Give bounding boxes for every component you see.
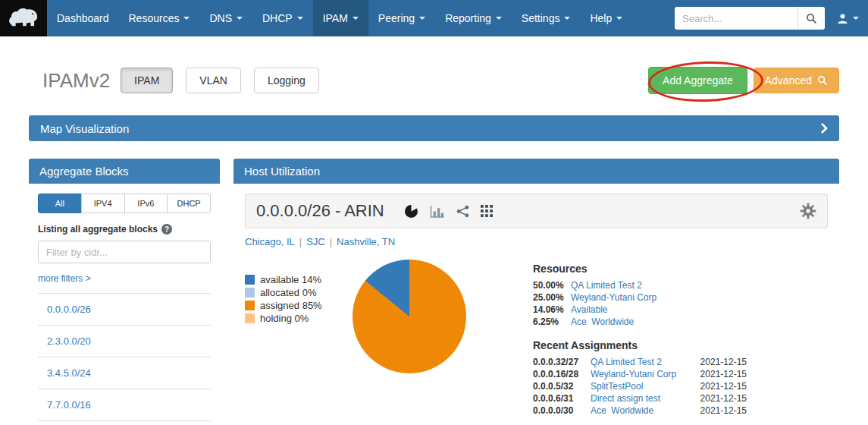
pie-legend: available 14% allocated 0% assigned 85% … — [245, 255, 345, 417]
cidr-filter-input[interactable] — [38, 241, 211, 263]
aggregate-block-item[interactable]: 0.0.0.0/26 — [38, 293, 211, 325]
aggregate-block-link[interactable]: 7.7.0.0/16 — [47, 399, 91, 411]
nav-item-reporting[interactable]: Reporting — [435, 0, 512, 36]
page-container: IPAMv2 IPAM VLAN Logging Add Aggregate A… — [29, 67, 839, 425]
tab-ipv6[interactable]: IPv6 — [124, 194, 168, 213]
breadcrumb: Chicago, IL|SJC|Nashville, TN — [245, 236, 828, 247]
nav-label: IPAM — [323, 12, 348, 24]
resource-percent: 14.06% — [533, 304, 571, 316]
resource-link[interactable]: QA Limited Test 2 — [571, 279, 642, 291]
assignment-row: 0.0.0.16/28 Weyland-Yutani Corp 2021-12-… — [533, 368, 747, 380]
advanced-button-label: Advanced — [765, 74, 812, 87]
aggregate-blocks-body: All IPV4 IPv6 DHCP Listing all aggregate… — [29, 184, 220, 425]
bar-chart-icon[interactable] — [430, 205, 445, 218]
legend-swatch — [245, 275, 255, 285]
assignment-link[interactable]: Weyland-Yutani Corp — [591, 369, 676, 379]
pie-chart-icon[interactable] — [404, 204, 418, 219]
aggregate-block-link[interactable]: 0.0.0.0/26 — [47, 304, 91, 315]
logo[interactable] — [0, 0, 47, 36]
chevron-down-icon — [353, 17, 359, 20]
aggregate-block-item-partial[interactable] — [38, 420, 211, 425]
add-aggregate-button[interactable]: Add Aggregate — [648, 67, 747, 94]
legend-swatch — [245, 301, 255, 310]
assignment-link[interactable]: QA Limited Test 2 — [591, 357, 662, 367]
resource-link[interactable]: Weyland-Yutani Corp — [571, 291, 656, 304]
advanced-button[interactable]: Advanced — [754, 68, 839, 93]
help-icon[interactable]: ? — [161, 224, 172, 235]
resource-percent: 50.00% — [533, 279, 571, 291]
aggregate-block-item[interactable]: 7.7.0.0/16 — [38, 389, 211, 420]
legend-item-assigned: assigned 85% — [245, 299, 345, 312]
aggregate-block-link[interactable]: 2.3.0.0/20 — [47, 335, 91, 347]
nav-item-ipam[interactable]: IPAM — [313, 0, 368, 36]
main-nav: Dashboard Resources DNS DHCP IPAM Peerin… — [47, 0, 632, 36]
aggregate-block-item[interactable]: 3.4.5.0/24 — [38, 357, 211, 389]
chevron-down-icon — [496, 17, 502, 20]
search-input[interactable] — [675, 7, 797, 30]
assignment-date: 2021-12-15 — [692, 405, 747, 417]
resource-percent: 25.00% — [533, 291, 571, 304]
pie-chart — [353, 260, 466, 373]
nav-item-dns[interactable]: DNS — [199, 0, 252, 36]
nav-label: Peering — [378, 12, 415, 24]
assignment-link[interactable]: Direct assign test — [591, 393, 660, 404]
legend-label: allocated 0% — [260, 286, 316, 299]
resources-title: Resources — [533, 263, 747, 275]
resource-link[interactable]: Ace Worldwide — [571, 316, 634, 328]
view-mode-icons — [404, 204, 493, 219]
user-menu[interactable] — [837, 13, 859, 24]
logging-view-button[interactable]: Logging — [254, 68, 319, 93]
vlan-view-button[interactable]: VLAN — [186, 68, 241, 93]
aggregate-blocks-header: Aggregate Blocks — [29, 159, 220, 184]
breadcrumb-link-chicago[interactable]: Chicago, IL — [245, 236, 295, 247]
nav-item-resources[interactable]: Resources — [119, 0, 200, 36]
listing-label: Listing all aggregate blocks — [38, 224, 158, 235]
breadcrumb-separator: | — [299, 236, 302, 247]
assignment-link[interactable]: SplitTestPool — [591, 381, 643, 392]
search-group — [675, 7, 825, 30]
tab-dhcp[interactable]: DHCP — [167, 194, 211, 213]
ipam-view-button[interactable]: IPAM — [121, 68, 173, 93]
nav-item-dhcp[interactable]: DHCP — [252, 0, 313, 36]
block-title: 0.0.0.0/26 - ARIN — [256, 201, 384, 221]
nav-item-dashboard[interactable]: Dashboard — [47, 0, 119, 36]
share-icon[interactable] — [456, 205, 469, 218]
legend-item-allocated: allocated 0% — [245, 286, 345, 299]
tab-ipv4[interactable]: IPV4 — [81, 194, 125, 213]
nav-label: Resources — [129, 12, 180, 24]
chevron-down-icon — [183, 17, 190, 20]
block-toolbar: 0.0.0.0/26 - ARIN — [245, 194, 828, 228]
page-header: IPAMv2 IPAM VLAN Logging Add Aggregate A… — [29, 67, 839, 94]
recent-assignments-title: Recent Assignments — [533, 339, 747, 351]
aggregate-block-item[interactable]: 2.3.0.0/20 — [38, 325, 211, 357]
navbar: Dashboard Resources DNS DHCP IPAM Peerin… — [0, 0, 868, 36]
resource-link[interactable]: Available — [571, 304, 607, 316]
nav-item-settings[interactable]: Settings — [512, 0, 581, 36]
bear-logo-icon — [6, 6, 41, 30]
legend-label: available 14% — [260, 273, 321, 286]
chevron-down-icon — [564, 17, 570, 20]
tab-all[interactable]: All — [38, 194, 82, 213]
breadcrumb-link-nashville[interactable]: Nashville, TN — [337, 236, 395, 247]
more-filters-link[interactable]: more filters > — [38, 273, 91, 284]
legend-swatch — [245, 288, 255, 298]
user-icon — [837, 13, 848, 24]
block-type-tabs: All IPV4 IPv6 DHCP — [38, 194, 211, 213]
search-button[interactable] — [797, 7, 825, 30]
grid-icon[interactable] — [481, 205, 493, 217]
assignment-row: 0.0.0.32/27 QA Limited Test 2 2021-12-15 — [533, 356, 747, 368]
gear-icon[interactable] — [800, 203, 816, 219]
utilization-details: Resources 50.00% QA Limited Test 2 25.00… — [533, 255, 747, 417]
map-visualization-bar[interactable]: Map Visualization — [29, 115, 839, 141]
nav-label: DNS — [209, 12, 232, 24]
search-icon — [806, 13, 817, 24]
aggregate-block-link[interactable]: 3.4.5.0/24 — [47, 367, 91, 379]
assignment-row: 0.0.0.5/32 SplitTestPool 2021-12-15 — [533, 380, 747, 392]
nav-item-peering[interactable]: Peering — [368, 0, 435, 36]
nav-item-help[interactable]: Help — [580, 0, 632, 36]
chevron-right-icon — [820, 122, 828, 134]
assignment-link[interactable]: Ace Worldwide — [591, 405, 653, 416]
assignment-date: 2021-12-15 — [692, 380, 747, 392]
breadcrumb-link-sjc[interactable]: SJC — [306, 236, 325, 247]
resource-row: 25.00% Weyland-Yutani Corp — [533, 291, 747, 304]
